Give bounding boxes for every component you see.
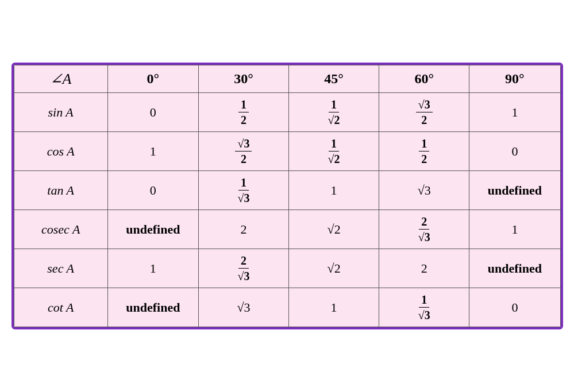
sec-45: √2: [289, 249, 379, 288]
frac-num: √3: [416, 98, 433, 112]
sin-60: √3 2: [379, 93, 469, 132]
frac-den: 2: [419, 112, 429, 127]
sin-0: 0: [107, 93, 198, 132]
row-cot: cot A undefined √3 1 1 √3 0: [14, 288, 560, 327]
cot-30: √3: [198, 288, 288, 327]
frac-cos-45: 1 √2: [326, 137, 342, 166]
frac-num: 2: [419, 215, 429, 230]
frac-sin-30: 1 2: [238, 98, 249, 127]
func-cosec: cosec A: [14, 210, 107, 249]
row-cos: cos A 1 √3 2 1 √2 1 2 0: [14, 132, 560, 171]
tan-30: 1 √3: [198, 171, 288, 210]
trig-table: ∠A 0° 30° 45° 60° 90° sin A 0 1 2 1 √2: [14, 65, 561, 327]
frac-num: 1: [238, 176, 249, 191]
col-45-label: 45°: [324, 71, 344, 86]
frac-den: √2: [326, 112, 342, 127]
frac-cos-60: 1 2: [419, 137, 429, 166]
cos-90: 0: [469, 132, 560, 171]
frac-den: √2: [326, 152, 342, 166]
sec-30: 2 √3: [198, 249, 288, 288]
func-cot: cot A: [14, 288, 107, 327]
frac-den: √3: [235, 269, 252, 283]
tan-0: 0: [107, 171, 198, 210]
frac-cos-30: √3 2: [235, 137, 252, 166]
row-sec: sec A 1 2 √3 √2 2 undefined: [14, 249, 560, 288]
sin-30: 1 2: [198, 93, 288, 132]
frac-num: 1: [419, 293, 429, 308]
func-sin: sin A: [14, 93, 107, 132]
frac-num: 1: [329, 137, 339, 152]
frac-cot-60: 1 √3: [416, 293, 433, 322]
frac-num: 1: [419, 137, 429, 152]
header-60deg: 60°: [379, 65, 469, 93]
col-90-label: 90°: [505, 71, 525, 86]
frac-den: 2: [238, 152, 249, 166]
header-45deg: 45°: [289, 65, 379, 93]
cos-30: √3 2: [198, 132, 288, 171]
cos-0: 1: [107, 132, 198, 171]
frac-num: 1: [329, 98, 339, 112]
func-cos: cos A: [14, 132, 107, 171]
cot-0: undefined: [107, 288, 198, 327]
cosec-60: 2 √3: [379, 210, 469, 249]
frac-sin-60: √3 2: [416, 98, 433, 127]
cosec-30: 2: [198, 210, 288, 249]
frac-den: √3: [416, 230, 433, 244]
frac-den: √3: [235, 191, 252, 205]
frac-sec-30: 2 √3: [235, 254, 252, 283]
frac-den: 2: [238, 112, 249, 127]
col-60-label: 60°: [414, 71, 434, 86]
cot-60: 1 √3: [379, 288, 469, 327]
sec-60: 2: [379, 249, 469, 288]
cosec-45: √2: [289, 210, 379, 249]
row-cosec: cosec A undefined 2 √2 2 √3 1: [14, 210, 560, 249]
header-90deg: 90°: [469, 65, 560, 93]
frac-num: 2: [238, 254, 249, 269]
header-30deg: 30°: [198, 65, 288, 93]
cot-90: 0: [469, 288, 560, 327]
header-0deg: 0°: [107, 65, 198, 93]
func-tan: tan A: [14, 171, 107, 210]
frac-den: √3: [416, 308, 433, 322]
row-tan: tan A 0 1 √3 1 √3 undefined: [14, 171, 560, 210]
tan-45: 1: [289, 171, 379, 210]
sec-90: undefined: [469, 249, 560, 288]
frac-num: 1: [238, 98, 249, 112]
header-row: ∠A 0° 30° 45° 60° 90°: [14, 65, 560, 93]
angle-symbol-label: ∠A: [50, 71, 72, 87]
cosec-90: 1: [469, 210, 560, 249]
sin-90: 1: [469, 93, 560, 132]
frac-cosec-60: 2 √3: [416, 215, 433, 244]
frac-tan-30: 1 √3: [235, 176, 252, 205]
sec-0: 1: [107, 249, 198, 288]
col-0-label: 0°: [147, 71, 160, 86]
tan-90: undefined: [469, 171, 560, 210]
func-sec: sec A: [14, 249, 107, 288]
cos-60: 1 2: [379, 132, 469, 171]
cos-45: 1 √2: [289, 132, 379, 171]
frac-sin-45: 1 √2: [326, 98, 342, 127]
col-30-label: 30°: [234, 71, 253, 86]
tan-60: √3: [379, 171, 469, 210]
header-angle-cell: ∠A: [14, 65, 107, 93]
row-sin: sin A 0 1 2 1 √2 √3 2 1: [14, 93, 560, 132]
frac-num: √3: [235, 137, 252, 152]
cot-45: 1: [289, 288, 379, 327]
cosec-0: undefined: [107, 210, 198, 249]
frac-den: 2: [419, 152, 429, 166]
trig-table-wrapper: ∠A 0° 30° 45° 60° 90° sin A 0 1 2 1 √2: [11, 63, 563, 329]
sin-45: 1 √2: [289, 93, 379, 132]
